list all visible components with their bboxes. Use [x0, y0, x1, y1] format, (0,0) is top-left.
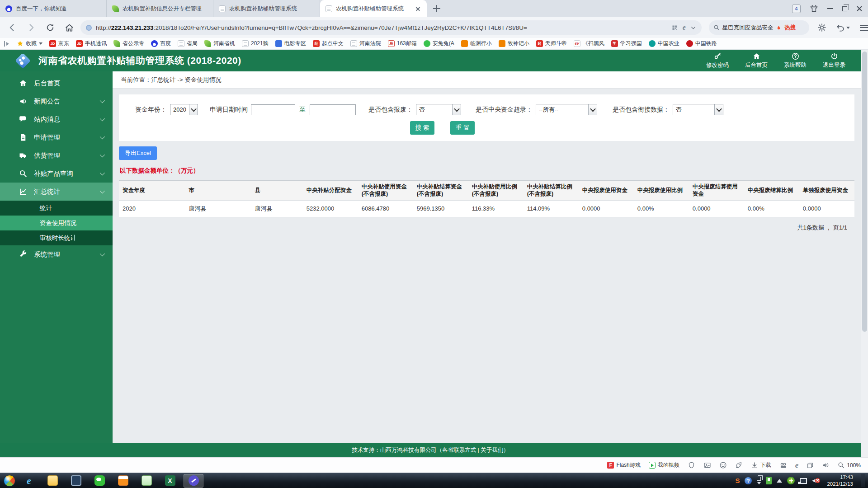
bookmark-item[interactable]: 牧神记小 — [499, 40, 529, 47]
sidebar-item-news[interactable]: 新闻公告 — [0, 92, 113, 110]
start-button[interactable] — [4, 475, 15, 487]
central-select[interactable]: --所有-- — [536, 104, 597, 115]
usb-tray-icon[interactable] — [766, 477, 772, 484]
change-password-button[interactable]: 修改密码 — [706, 52, 729, 69]
sidebar-item-summary-stats[interactable]: 汇总统计 — [0, 183, 113, 201]
sogou-tray-icon[interactable]: S — [735, 477, 740, 484]
show-desktop-button[interactable] — [861, 474, 865, 487]
minimize-button[interactable] — [827, 8, 833, 9]
search-box[interactable]: 星巴克回应食品安全 热搜 — [709, 20, 809, 35]
bookmark-item[interactable]: 电影专区 — [275, 40, 306, 47]
chevron-down-icon[interactable] — [690, 25, 696, 31]
hot-search-label[interactable]: 热搜 — [784, 24, 796, 32]
bookmark-item[interactable]: 安兔兔(A — [424, 40, 454, 47]
back-button[interactable] — [5, 20, 20, 35]
bookmark-item[interactable]: 6V《扫黑风 — [574, 40, 604, 47]
backend-home-button[interactable]: 后台首页 — [745, 52, 768, 69]
flash-games-button[interactable]: FFlash游戏 — [607, 461, 640, 469]
bookmark-item[interactable]: 省局 — [178, 40, 198, 47]
download-button[interactable]: 下载 — [751, 461, 771, 469]
search-button[interactable]: 搜 索 — [410, 121, 435, 135]
taskbar-ie-button[interactable]: e — [19, 474, 39, 488]
browser-tab-3[interactable]: 农机购置补贴辅助管理系统 — [213, 0, 320, 17]
sidebar-item-supply[interactable]: 供货管理 — [0, 146, 113, 164]
antivirus-tray-icon[interactable] — [787, 477, 795, 484]
url-text[interactable]: http://222.143.21.233:2018/18To20/FeiY/U… — [96, 24, 527, 31]
bookmark-item[interactable]: 学学习强国 — [611, 40, 642, 47]
taskbar-excel-button[interactable]: X — [160, 474, 180, 488]
my-videos-button[interactable]: 我的视频 — [649, 461, 679, 469]
bookmark-item[interactable]: 河南法院 — [350, 40, 381, 47]
taskbar-remote-button[interactable] — [66, 474, 86, 488]
bookmark-item[interactable]: 起起点中文 — [313, 40, 344, 47]
scrap-select[interactable]: 否 — [416, 104, 461, 115]
site-info-icon[interactable] — [86, 25, 92, 31]
bookmark-item[interactable]: JD京东 — [49, 40, 69, 47]
undo-recent-icon[interactable] — [836, 23, 850, 32]
sidebar-subitem-review-duration[interactable]: 审核时长统计 — [0, 230, 113, 245]
sidebar-subitem-statistics[interactable]: 统计 — [0, 201, 113, 216]
taskbar-browser-button-active[interactable] — [184, 474, 203, 488]
export-excel-button[interactable]: 导出Excel — [119, 146, 157, 160]
taskbar-wechat-button[interactable] — [90, 474, 109, 488]
date-to-input[interactable] — [310, 104, 356, 115]
bookmark-item[interactable]: 临渊行小 — [461, 40, 492, 47]
hot-search-text[interactable]: 星巴克回应食品安全 — [722, 24, 774, 32]
browser-tab-2[interactable]: 农机购置补贴信息公开专栏管理 — [107, 0, 213, 17]
scrollbar-thumb[interactable] — [862, 52, 867, 332]
show-hidden-icons-arrow[interactable] — [777, 479, 782, 483]
address-bar[interactable]: http://222.143.21.233:2018/18To20/FeiY/U… — [80, 20, 702, 35]
zoom-control[interactable]: 100% — [838, 462, 861, 469]
bookmark-item[interactable]: JD手机通讯 — [76, 40, 107, 47]
system-help-button[interactable]: 系统帮助 — [784, 52, 807, 69]
page-scrollbar[interactable] — [861, 50, 868, 457]
taskbar-notes-button[interactable] — [137, 474, 156, 488]
browser-tab-1[interactable]: 百度一下，你就知道 — [0, 0, 107, 17]
screenshot-icon[interactable] — [703, 461, 711, 469]
bookmark-item[interactable]: 起天师斗帝 — [536, 40, 567, 47]
bookmark-item[interactable]: 百度 — [151, 40, 171, 47]
shield-icon[interactable] — [688, 461, 695, 469]
bookmark-item[interactable]: 易163邮箱 — [388, 40, 417, 47]
help-tray-icon[interactable]: ? — [745, 477, 752, 484]
bookmarks-expand-icon[interactable] — [4, 41, 10, 47]
ie-compat-icon[interactable]: e — [683, 23, 686, 32]
restore-button[interactable] — [842, 6, 847, 11]
bookmark-item[interactable]: 中国农业 — [649, 40, 679, 47]
window-split-icon[interactable] — [807, 462, 814, 469]
skin-shirt-icon[interactable] — [810, 5, 818, 13]
year-select[interactable]: 2020 — [170, 104, 198, 115]
taskbar-calendar-button[interactable] — [113, 474, 133, 488]
bookmark-item[interactable]: 中国铁路 — [686, 40, 717, 47]
sidebar-subitem-funds-usage[interactable]: 资金使用情况 — [0, 216, 113, 230]
extensions-icon[interactable] — [779, 461, 787, 469]
sidebar-item-backend-home[interactable]: 后台首页 — [0, 74, 113, 92]
browser-tab-4-active[interactable]: 农机购置补贴辅助管理系统 — [320, 0, 427, 17]
bookmark-item[interactable]: 省公示专 — [113, 40, 144, 47]
favorites-button[interactable]: 收藏 — [17, 40, 42, 47]
table-row[interactable]: 2020 唐河县 唐河县 5232.0000 6086.4780 5969.13… — [119, 200, 854, 217]
logout-button[interactable]: 退出登录 — [823, 52, 845, 69]
taskbar-clock[interactable]: 17:43 2021/12/13 — [827, 474, 853, 487]
mood-icon[interactable] — [719, 461, 727, 469]
eye-protect-icon[interactable] — [817, 23, 826, 32]
forward-button[interactable] — [24, 20, 39, 35]
network-tray-icon[interactable] — [800, 478, 807, 484]
menu-icon[interactable] — [860, 25, 868, 31]
link-select[interactable]: 否 — [673, 104, 723, 115]
sidebar-item-system[interactable]: 系统管理 — [0, 245, 113, 263]
new-tab-button[interactable] — [431, 3, 442, 14]
bookmark-item[interactable]: 河南省机 — [204, 40, 235, 47]
boost-rocket-icon[interactable] — [735, 461, 743, 469]
tab-count-badge[interactable]: 4 — [792, 5, 801, 13]
refresh-button[interactable] — [42, 20, 58, 35]
home-button[interactable] — [61, 20, 77, 35]
volume-muted-icon[interactable] — [812, 477, 820, 484]
bookmark-item[interactable]: 2021购 — [242, 40, 269, 47]
ie-mode-icon[interactable]: e — [795, 461, 799, 470]
taskbar-explorer-button[interactable] — [42, 474, 62, 488]
tray-restore-group[interactable] — [757, 477, 761, 484]
reset-button[interactable]: 重 置 — [450, 121, 475, 135]
date-from-input[interactable] — [251, 104, 295, 115]
speaker-icon[interactable] — [822, 461, 830, 469]
